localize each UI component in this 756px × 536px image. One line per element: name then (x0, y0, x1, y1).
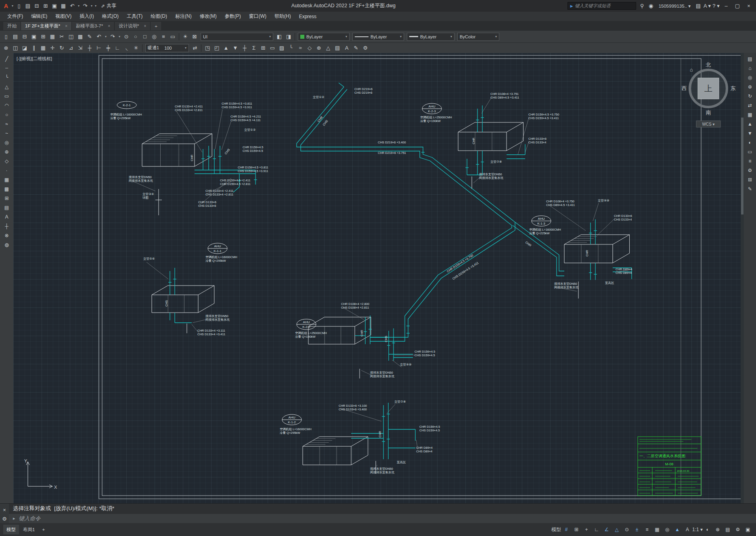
move-icon[interactable]: ✛ (48, 44, 57, 53)
dynamic-input-toggle[interactable]: ± (632, 525, 642, 534)
save-button[interactable]: ⊟ (32, 2, 41, 11)
maximize-button[interactable]: ▢ (732, 2, 743, 11)
spline-edit-icon[interactable]: ≈ (296, 44, 305, 53)
grid-toggle[interactable]: # (561, 525, 571, 534)
designcenter-icon[interactable]: ▭ (168, 32, 177, 41)
scrollbar-thumb[interactable] (741, 118, 743, 214)
undo-arrow-icon[interactable]: ▾ (77, 2, 81, 11)
open-icon[interactable]: ▤ (11, 32, 20, 41)
qnew-button[interactable]: ▯ (15, 2, 23, 11)
zoom-realtime-icon[interactable]: ○ (131, 32, 140, 41)
spline-icon[interactable]: ~ (2, 128, 12, 138)
extend-icon[interactable]: ⊢ (94, 44, 103, 53)
zoom-extents-icon[interactable]: ⊕ (745, 82, 755, 91)
redo-button[interactable]: ↷ (81, 2, 90, 11)
insert-block-icon[interactable]: ⊕ (314, 44, 323, 53)
zoom-window-icon[interactable]: □ (140, 32, 149, 41)
menu-window[interactable]: 窗口(W) (245, 12, 270, 21)
menu-help[interactable]: 帮助(H) (270, 12, 295, 21)
dimension-icon[interactable]: ┼ (2, 221, 12, 231)
layout1-tab[interactable]: 布局1 (20, 525, 38, 534)
menu-tools[interactable]: 工具(T) (123, 12, 147, 21)
mirror-icon[interactable]: ◪ (20, 44, 29, 53)
offset-icon[interactable]: ∥ (29, 44, 38, 53)
table-icon[interactable]: ▤ (2, 203, 12, 212)
app-menu-arrow-icon[interactable]: ▾ (10, 2, 15, 11)
workspace-switch-icon[interactable]: ◐ (703, 525, 712, 534)
close-button[interactable]: × (743, 2, 754, 11)
rotate-icon[interactable]: ↻ (57, 44, 66, 53)
annotation-scale-select[interactable]: 1:1 ▾ (693, 525, 702, 534)
layer-states-icon[interactable]: ◨ (284, 32, 293, 41)
app-logo-icon[interactable]: A (2, 2, 10, 11)
steering-wheel-icon[interactable]: ◎ (745, 73, 755, 82)
boundary-icon[interactable]: ▭ (268, 44, 277, 53)
model-space-canvas[interactable]: [-][俯视][二维线框]一、二层空调通风水系统图M-082016-04-30C… (13, 53, 744, 503)
app-store-icon[interactable]: ▤ (694, 2, 703, 11)
draworder-back-icon[interactable]: ▼ (231, 44, 240, 53)
scale-icon[interactable]: ⊿ (67, 44, 75, 53)
save-as-button[interactable]: ⊞ (41, 2, 50, 11)
open-button[interactable]: ▤ (23, 2, 32, 11)
tab-drawing-1[interactable]: 1F 2F+主楼平面*× (21, 22, 72, 30)
grip-icon[interactable]: ◍ (2, 240, 12, 249)
selection-cycling-toggle[interactable]: ◎ (662, 525, 672, 534)
stretch-icon[interactable]: ⇲ (76, 44, 85, 53)
copy-object-icon[interactable]: ◫ (11, 44, 20, 53)
tab-drawing-3[interactable]: 设计说明*× (115, 22, 151, 30)
user-avatar-icon[interactable]: ◉ (647, 2, 655, 11)
insert-icon[interactable]: ⊕ (2, 147, 12, 156)
undo-icon[interactable]: ↶ (94, 32, 103, 41)
ellipse-icon[interactable]: ◎ (2, 138, 12, 147)
hatch-icon[interactable]: ▦ (2, 175, 12, 184)
workspace-select[interactable]: UI▾ (201, 33, 273, 41)
search-input[interactable]: ▶ 键入关键字或短语 (568, 2, 636, 10)
new-tab-button[interactable]: + (151, 22, 162, 30)
properties-icon[interactable]: ≡ (159, 32, 168, 41)
annotation-scale-select[interactable]: 暖通1 100 ▾ (145, 44, 189, 52)
annotation-monitor-icon[interactable]: ⊕ (713, 525, 722, 534)
mtext-icon[interactable]: A (2, 212, 12, 221)
publish-icon[interactable]: ▦ (48, 32, 57, 41)
plot-preview-icon[interactable]: ⊞ (39, 32, 48, 41)
orbit-icon[interactable]: ↻ (745, 91, 755, 101)
search-arrow-icon[interactable]: ▶ (570, 4, 573, 8)
viewcube-settings-icon[interactable]: ▦ (745, 110, 755, 119)
share-button[interactable]: ⇗ 共享 (98, 2, 119, 9)
polygon-icon[interactable]: △ (2, 82, 12, 91)
circle-icon[interactable]: ○ (2, 110, 12, 119)
grid-panel-icon[interactable]: ⊞ (745, 175, 755, 184)
model-toggle[interactable]: 模型 (551, 525, 561, 534)
snap-toggle[interactable]: ⊞ (572, 525, 581, 534)
menu-file[interactable]: 文件(F) (3, 12, 27, 21)
osnap-settings-icon[interactable]: △ (324, 44, 333, 53)
search-icon[interactable]: ⚲ (638, 2, 647, 11)
region-icon[interactable]: ⊞ (2, 193, 12, 203)
menu-view[interactable]: 视图(V) (51, 12, 75, 21)
redo-icon[interactable]: ↷ (108, 32, 117, 41)
menu-draw[interactable]: 绘图(D) (147, 12, 171, 21)
polar-toggle[interactable]: ∠ (602, 525, 612, 534)
customization-icon[interactable]: ⚙ (733, 525, 743, 534)
lock-ui-icon[interactable]: ⊠ (190, 32, 199, 41)
tab-close-icon[interactable]: × (108, 24, 110, 28)
undo-button[interactable]: ↶ (68, 2, 77, 11)
signed-in-user[interactable]: 1505999135.. ▾ (655, 2, 694, 11)
transparency-toggle[interactable]: ▦ (652, 525, 662, 534)
annotation-visibility-toggle[interactable]: ▲ (672, 525, 682, 534)
autodesk-access-icon[interactable]: A ▾ (703, 2, 712, 11)
text-edit-icon[interactable]: ✎ (352, 44, 360, 53)
quickcalc-icon[interactable]: Σ (249, 44, 258, 53)
shade-icon[interactable]: ◐ (745, 138, 755, 147)
options-icon[interactable]: ⚙ (361, 44, 370, 53)
tab-drawing-2[interactable]: 副楼平面3-7*× (72, 22, 115, 30)
chamfer-icon[interactable]: ∟ (113, 44, 122, 53)
line-icon[interactable]: ╱ (2, 54, 12, 63)
menu-express[interactable]: Express (295, 12, 320, 21)
mtext-icon[interactable]: A (342, 44, 351, 53)
break-icon[interactable]: ╪ (104, 44, 113, 53)
hatch-edit-icon[interactable]: ▨ (277, 44, 286, 53)
gradient-icon[interactable]: ▩ (2, 184, 12, 193)
vertical-scrollbar[interactable] (741, 53, 744, 503)
table-icon[interactable]: ▤ (333, 44, 342, 53)
